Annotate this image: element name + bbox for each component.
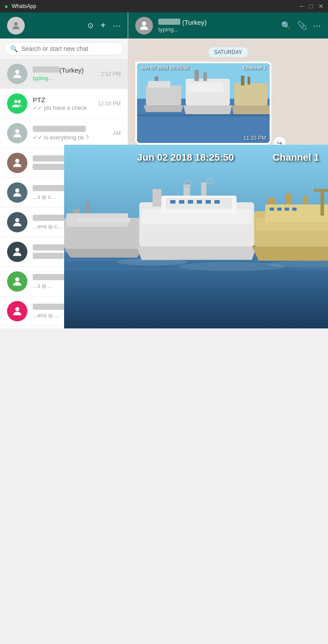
svg-point-7 (15, 218, 19, 222)
app-title: WhatsApp (11, 3, 36, 9)
svg-point-6 (15, 189, 19, 193)
svg-point-2 (14, 100, 17, 103)
sidebar-header: ⊙ + ⋯ (0, 12, 128, 39)
chat-header-info: (Turkey) typing... (158, 19, 206, 33)
chat-header: (Turkey) typing... 🔍 📎 ⋯ (128, 12, 328, 39)
app-logo-icon: ● (4, 3, 8, 10)
contact-name: (Turkey) (158, 19, 206, 26)
svg-point-10 (15, 307, 19, 311)
sidebar-header-left (7, 17, 25, 35)
chat-time: 12:18 PM (98, 100, 121, 107)
add-chat-icon[interactable]: + (100, 20, 106, 31)
svg-rect-23 (188, 83, 223, 92)
avatar (7, 301, 27, 321)
svg-rect-22 (203, 72, 207, 81)
avatar (7, 242, 27, 262)
svg-rect-66 (285, 208, 289, 211)
chat-preview: ✓✓ is everything ok ? (33, 134, 107, 141)
svg-rect-68 (320, 189, 324, 216)
svg-rect-63 (265, 204, 328, 222)
close-button[interactable]: ✕ (318, 3, 324, 10)
titlebar: ● WhatsApp ─ □ ✕ (0, 0, 328, 12)
svg-rect-54 (214, 200, 220, 204)
chat-header-left: (Turkey) typing... (135, 17, 206, 35)
blurred-preview (33, 253, 64, 259)
chat-name: PTZ (33, 96, 93, 104)
contact-status: typing... (158, 26, 206, 33)
svg-rect-64 (270, 208, 274, 211)
blurred-name (33, 126, 86, 132)
svg-rect-21 (195, 70, 199, 81)
svg-rect-27 (248, 77, 250, 85)
overlay-channel: Channel 1 (273, 152, 319, 163)
more-options-icon[interactable]: ⋯ (113, 21, 121, 31)
chat-item[interactable]: (Turkey) typing... 2:12 PM (0, 59, 128, 89)
image-overlay[interactable]: Jun 02 2018 18:25:50 Channel 1 (128, 145, 328, 328)
svg-rect-29 (137, 114, 270, 116)
svg-rect-49 (170, 200, 175, 204)
date-label: SATURDAY (209, 47, 248, 57)
chat-more-icon[interactable]: ⋯ (313, 21, 321, 31)
svg-point-3 (18, 100, 21, 103)
svg-rect-65 (277, 208, 282, 211)
chat-item[interactable]: PTZ ✓✓ pls have a check 12:18 PM (0, 89, 128, 119)
titlebar-left: ● WhatsApp (4, 3, 36, 10)
chat-preview: ✓✓ pls have a check (33, 104, 93, 111)
svg-marker-39 (64, 249, 144, 258)
search-input-wrap: 🔍 (4, 42, 123, 55)
svg-rect-26 (241, 76, 244, 85)
sidebar-header-right: ⊙ + ⋯ (88, 20, 121, 31)
chat-info: (Turkey) typing... (33, 66, 95, 81)
overlay-boats-svg (64, 145, 328, 328)
message-row: Jun 02 2018 18:25:50 Channel 1 11:33 PM … (135, 62, 321, 145)
search-chat-icon[interactable]: 🔍 (281, 21, 291, 31)
svg-rect-53 (206, 200, 211, 204)
video-timestamp: Jun 02 2018 18:25:50 (141, 65, 189, 70)
svg-point-0 (14, 22, 18, 26)
svg-point-1 (15, 70, 19, 74)
svg-rect-16 (146, 85, 181, 105)
blurred-contact-name (158, 19, 180, 25)
chat-preview: typing... (33, 75, 95, 81)
svg-point-73 (117, 258, 188, 266)
app-container: ⊙ + ⋯ 🔍 (Turkey) (0, 12, 328, 328)
blurred-name (33, 66, 59, 73)
chat-info: PTZ ✓✓ pls have a check (33, 96, 93, 111)
video-time-bottom: 11:33 PM (244, 135, 266, 141)
video-thumbnail[interactable]: Jun 02 2018 18:25:50 Channel 1 11:33 PM (137, 63, 270, 143)
svg-point-4 (15, 129, 19, 133)
avatar (7, 153, 27, 173)
svg-rect-25 (234, 83, 267, 105)
video-preview: Jun 02 2018 18:25:50 Channel 1 11:33 PM (137, 63, 270, 143)
minimize-button[interactable]: ─ (300, 3, 304, 10)
attach-icon[interactable]: 📎 (297, 21, 307, 31)
svg-rect-40 (77, 218, 130, 222)
chat-meta: 2:12 PM (101, 71, 121, 77)
svg-marker-46 (137, 247, 256, 260)
chat-meta: 12:18 PM (98, 100, 121, 107)
chat-panel: (Turkey) typing... 🔍 📎 ⋯ SATURDAY (128, 12, 328, 328)
user-avatar[interactable] (7, 17, 25, 35)
chat-meta: AM (113, 130, 121, 136)
svg-rect-52 (197, 200, 202, 204)
image-overlay-inner: Jun 02 2018 18:25:50 Channel 1 (128, 145, 328, 328)
avatar (7, 182, 27, 203)
video-channel: Channel 1 (243, 65, 266, 70)
message-bubble: Jun 02 2018 18:25:50 Channel 1 11:33 PM … (135, 62, 271, 145)
svg-rect-50 (179, 200, 184, 204)
blurred-preview (33, 164, 68, 170)
avatar (7, 212, 27, 232)
status-icon[interactable]: ⊙ (88, 21, 93, 30)
svg-marker-28 (232, 105, 270, 114)
chat-item[interactable]: ✓✓ is everything ok ? AM (0, 119, 128, 148)
svg-rect-42 (153, 189, 161, 207)
date-divider: SATURDAY (135, 47, 321, 57)
overlay-timestamp: Jun 02 2018 18:25:50 (137, 152, 234, 163)
titlebar-controls: ─ □ ✕ (300, 3, 324, 10)
avatar (7, 123, 27, 143)
search-input[interactable] (21, 45, 118, 52)
contact-avatar[interactable] (135, 17, 153, 35)
svg-point-13 (142, 21, 146, 25)
maximize-button[interactable]: □ (309, 3, 313, 10)
svg-rect-38 (86, 202, 90, 213)
